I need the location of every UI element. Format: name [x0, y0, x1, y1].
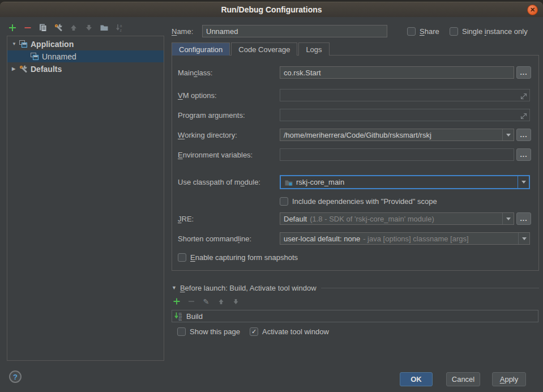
- shorten-command-line-combo[interactable]: user-local default: none - java [options…: [280, 232, 530, 245]
- vm-options-label: VM options:: [178, 89, 217, 101]
- shorten-value: user-local default: none: [284, 235, 360, 243]
- chevron-down-icon[interactable]: [502, 213, 514, 224]
- shorten-hint: - java [options] classname [args]: [363, 235, 468, 243]
- working-directory-browse-button[interactable]: ...: [516, 129, 531, 141]
- main-class-browse-button[interactable]: ...: [516, 66, 531, 79]
- checkbox-icon[interactable]: [280, 197, 288, 206]
- window-title: Run/Debug Configurations: [221, 5, 322, 14]
- chevron-down-icon[interactable]: [518, 176, 529, 188]
- jre-combo[interactable]: Default (1.8 - SDK of 'rskj-core_main' m…: [280, 212, 514, 225]
- apply-button[interactable]: Apply: [492, 372, 526, 386]
- form-snapshots-checkbox[interactable]: Enable capturing form snapshots: [178, 251, 298, 263]
- wrench-icon: [19, 65, 28, 74]
- program-arguments-label: Program arguments:: [178, 109, 245, 121]
- share-checkbox[interactable]: Share: [407, 25, 439, 37]
- sort-alpha-icon[interactable]: az: [114, 23, 125, 33]
- environment-variables-input[interactable]: [280, 148, 514, 161]
- tab-configuration[interactable]: Configuration: [172, 42, 230, 56]
- application-icon: [19, 40, 28, 49]
- checkbox-icon[interactable]: ✓: [250, 327, 258, 336]
- include-provided-label: Include dependencies with "Provided" sco…: [292, 197, 437, 206]
- tab-logs[interactable]: Logs: [298, 42, 329, 56]
- tree-item-label: Unnamed: [42, 52, 76, 61]
- environment-variables-label: Environment variables:: [178, 148, 253, 161]
- help-button[interactable]: ?: [9, 370, 22, 383]
- use-classpath-combo[interactable]: rskj-core_main: [280, 175, 530, 189]
- task-down-icon[interactable]: [231, 297, 240, 306]
- configuration-tab-panel: Main class: ... VM options: Program argu…: [172, 55, 539, 271]
- svg-text:z: z: [120, 28, 122, 32]
- dialog-body: az ▼ Application Unnamed ▶ Defaults: [0, 17, 543, 392]
- cancel-button[interactable]: Cancel: [446, 372, 480, 386]
- activate-tool-window-checkbox[interactable]: ✓ Activate tool window: [250, 325, 329, 338]
- working-directory-value: /home/meriherrera/Code/Github/rsksmart/r…: [280, 129, 502, 140]
- expand-icon[interactable]: [520, 112, 527, 122]
- use-classpath-label: Use classpath of module:: [178, 176, 260, 188]
- svg-text:01: 01: [179, 318, 182, 321]
- titlebar: Run/Debug Configurations ✕: [0, 2, 543, 17]
- move-up-icon[interactable]: [69, 23, 79, 33]
- show-this-page-label: Show this page: [190, 327, 240, 336]
- expanded-chevron-icon[interactable]: ▼: [12, 41, 19, 46]
- collapsed-chevron-icon[interactable]: ▶: [12, 66, 19, 71]
- add-icon[interactable]: [7, 23, 18, 33]
- configurations-tree: ▼ Application Unnamed ▶ Defaults: [7, 36, 164, 361]
- copy-icon[interactable]: [38, 23, 48, 33]
- name-label: Name:: [172, 25, 193, 37]
- edit-task-icon[interactable]: ✎: [202, 297, 211, 306]
- close-icon[interactable]: ✕: [527, 5, 538, 15]
- share-label: Share: [420, 27, 439, 36]
- tree-item-label: Application: [31, 40, 74, 49]
- name-input[interactable]: [202, 25, 387, 37]
- program-arguments-input[interactable]: [280, 109, 530, 121]
- tree-item-unnamed[interactable]: Unnamed: [7, 50, 164, 62]
- classpath-value-wrap: rskj-core_main: [281, 176, 518, 188]
- edit-defaults-icon[interactable]: [53, 23, 63, 33]
- tree-item-application[interactable]: ▼ Application: [7, 38, 164, 50]
- jre-hint: (1.8 - SDK of 'rskj-core_main' module): [310, 215, 434, 223]
- form-snapshots-label: Enable capturing form snapshots: [190, 253, 298, 262]
- ok-button[interactable]: OK: [400, 372, 433, 386]
- main-class-input[interactable]: [280, 66, 514, 79]
- new-folder-icon[interactable]: [99, 23, 109, 33]
- environment-variables-browse-button[interactable]: ...: [516, 148, 531, 161]
- tree-item-label: Defaults: [31, 65, 62, 74]
- remove-icon[interactable]: [23, 23, 33, 33]
- checkbox-icon[interactable]: [177, 327, 186, 336]
- task-up-icon[interactable]: [216, 297, 225, 306]
- vm-options-input[interactable]: [280, 89, 530, 101]
- activate-tool-window-label: Activate tool window: [262, 327, 329, 336]
- before-launch-header[interactable]: ▼ Before launch: Build, Activate tool wi…: [172, 283, 539, 292]
- chevron-down-icon[interactable]: [502, 129, 514, 140]
- collapse-triangle-icon[interactable]: ▼: [172, 285, 177, 291]
- chevron-down-icon[interactable]: [518, 233, 529, 244]
- add-task-icon[interactable]: [172, 297, 181, 306]
- build-icon: 011001: [174, 312, 183, 321]
- show-this-page-checkbox[interactable]: Show this page: [177, 325, 240, 338]
- application-icon: [30, 52, 39, 61]
- module-icon: [284, 178, 293, 187]
- working-directory-combo[interactable]: /home/meriherrera/Code/Github/rsksmart/r…: [280, 129, 514, 141]
- remove-task-icon[interactable]: [187, 297, 196, 306]
- configurations-toolbar: az: [7, 23, 125, 33]
- jre-value: Default: [284, 215, 307, 223]
- checkbox-icon[interactable]: [407, 27, 416, 36]
- expand-icon[interactable]: [520, 92, 527, 102]
- checkbox-icon[interactable]: [450, 27, 458, 36]
- before-launch-task-build[interactable]: 011001 Build: [172, 310, 538, 322]
- include-provided-checkbox[interactable]: Include dependencies with "Provided" sco…: [280, 195, 437, 207]
- working-directory-label: Working directory:: [178, 129, 237, 141]
- tab-code-coverage[interactable]: Code Coverage: [231, 42, 297, 56]
- shorten-command-line-label: Shorten command line:: [178, 232, 251, 245]
- tree-item-defaults[interactable]: ▶ Defaults: [7, 63, 164, 75]
- checkbox-icon[interactable]: [178, 253, 186, 262]
- jre-label: JRE:: [178, 212, 194, 225]
- main-class-label: Main class:: [178, 66, 212, 79]
- single-instance-checkbox[interactable]: Single instance only: [450, 25, 528, 37]
- separator-line: [321, 288, 539, 288]
- use-classpath-value: rskj-core_main: [296, 178, 344, 186]
- move-down-icon[interactable]: [84, 23, 94, 33]
- tab-bar: Configuration Code Coverage Logs: [172, 42, 330, 56]
- jre-browse-button[interactable]: ...: [516, 212, 531, 225]
- before-launch-title: Before launch: Build, Activate tool wind…: [180, 284, 317, 292]
